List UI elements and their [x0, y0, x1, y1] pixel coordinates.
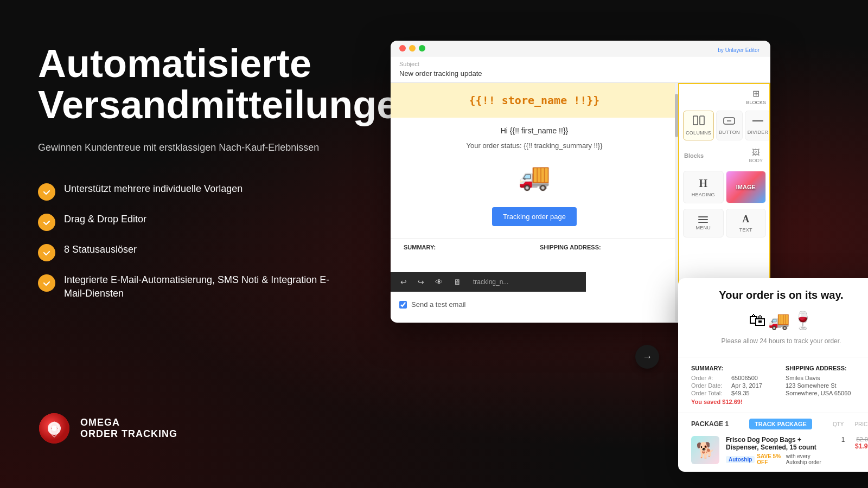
- toolbar-eye-btn[interactable]: 👁: [432, 275, 446, 288]
- check-badge-1: [38, 183, 55, 201]
- sidebar-item-menu[interactable]: MENU: [683, 209, 724, 237]
- next-arrow-icon: →: [642, 351, 652, 363]
- sidebar-item-button[interactable]: BUTTON: [716, 111, 743, 140]
- email-summary-row: SUMMARY: SHIPPING ADDRESS:: [391, 238, 678, 258]
- order-total-value: $49.35: [731, 390, 750, 396]
- feature-text-1: Unterstützt mehrere individuelle Vorlage…: [64, 182, 242, 196]
- blocks-row: Blocks 🖼 Body: [683, 144, 766, 168]
- feature-item-2: Drag & Drop Editor: [38, 213, 342, 231]
- next-arrow[interactable]: →: [635, 345, 659, 369]
- image-label: IMAGE: [736, 184, 756, 190]
- sidebar-item-divider[interactable]: DIVIDER: [745, 111, 770, 140]
- logo-title-bottom: ORDER TRACKING: [80, 428, 177, 440]
- sidebar-top-grid: COLUMNS BUTTON DIVIDER: [683, 111, 766, 140]
- order-summary-header: SUMMARY:: [691, 365, 777, 371]
- order-title: Your order is on its way.: [691, 289, 868, 301]
- package-col-headers: QTY PRICE: [833, 421, 868, 427]
- content-tab[interactable]: ⊞ Blocks: [746, 88, 766, 105]
- shipping-address1: 123 Somewhere St: [786, 382, 868, 389]
- order-summary: SUMMARY: Order #: 65006500 Order Date: A…: [691, 365, 777, 405]
- toolbar-desktop-btn[interactable]: 🖥: [450, 275, 464, 288]
- package-item-image: 🐕: [691, 436, 719, 464]
- sidebar-item-text[interactable]: A TEXT: [726, 209, 767, 237]
- check-badge-4: [38, 274, 55, 292]
- email-canvas: {{!! store_name !!}} Hi {{!! first_name …: [391, 83, 678, 322]
- heading-label: HEADING: [692, 192, 715, 197]
- menu-label: MENU: [695, 225, 711, 230]
- toolbar-undo-btn[interactable]: ↩: [397, 275, 410, 288]
- order-number-label: Order #:: [691, 375, 729, 381]
- order-card: Your order is on its way. 🛍 🚚 🍷 Please a…: [678, 278, 868, 472]
- subject-label: Subject: [399, 61, 762, 67]
- left-panel: Automatisierte Versandmitteilungen Gewin…: [0, 0, 380, 488]
- order-icons: 🛍 🚚 🍷: [691, 310, 868, 331]
- sidebar-mid-grid: H HEADING IMAGE: [683, 171, 766, 203]
- check-badge-3: [38, 244, 55, 261]
- divider-icon: [752, 116, 764, 127]
- features-list: Unterstützt mehrere individuelle Vorlage…: [38, 182, 342, 300]
- feature-item-3: 8 Statusauslöser: [38, 243, 342, 261]
- svg-rect-6: [700, 116, 704, 125]
- send-test-label: Send a test email: [411, 300, 465, 309]
- order-card-header: Your order is on its way. 🛍 🚚 🍷 Please a…: [678, 278, 868, 357]
- package-label: PACKAGE 1: [691, 420, 729, 428]
- body-tab[interactable]: 🖼 Body: [746, 146, 765, 165]
- feature-text-2: Drag & Drop Editor: [64, 213, 146, 226]
- order-total-label: Order Total:: [691, 390, 729, 396]
- sidebar-item-image[interactable]: IMAGE: [726, 171, 767, 203]
- toolbar-filename: tracking_n...: [473, 278, 508, 286]
- order-date-label: Order Date:: [691, 382, 729, 389]
- feature-text-3: 8 Statusauslöser: [64, 243, 137, 256]
- text-label: TEXT: [739, 227, 752, 233]
- order-date-value: Apr 3, 2017: [731, 382, 762, 389]
- email-header-block: {{!! store_name !!}}: [391, 83, 678, 118]
- order-shipping: SHIPPING ADDRESS: Smiles Davis 123 Somew…: [786, 365, 868, 405]
- shipping-name: Smiles Davis: [786, 375, 868, 381]
- price-col-label: PRICE: [854, 421, 868, 427]
- logo-text: OMEGA ORDER TRACKING: [80, 417, 177, 440]
- svg-rect-5: [693, 116, 698, 125]
- right-panel: Subject {{!! store_name !!}} Hi {{!! fir…: [380, 0, 868, 488]
- feature-item-1: Unterstützt mehrere individuelle Vorlage…: [38, 182, 342, 201]
- package-item-details: Frisco Dog Poop Bags + Dispenser, Scente…: [726, 436, 831, 465]
- shipping-name-value: Smiles Davis: [786, 375, 820, 381]
- order-icon-bag: 🛍: [749, 310, 766, 331]
- shipping-address1-value: 123 Somewhere St: [786, 382, 837, 389]
- heading-icon: H: [699, 177, 707, 190]
- summary-header: SUMMARY:: [404, 244, 529, 251]
- email-truck-icon: 🚚: [391, 156, 678, 197]
- send-test-row: Send a test email: [399, 300, 465, 309]
- button-label: BUTTON: [719, 130, 740, 135]
- package-header: PACKAGE 1 TRACK PACKAGE QTY PRICE: [678, 413, 868, 433]
- email-cta-button[interactable]: Tracking order page: [492, 207, 577, 226]
- text-icon: A: [742, 214, 749, 225]
- body-tab-label: Body: [749, 158, 763, 163]
- button-icon: [723, 116, 735, 127]
- order-shipping-header: SHIPPING ADDRESS:: [786, 365, 868, 371]
- sidebar-item-heading[interactable]: H HEADING: [683, 171, 724, 203]
- autoship-save-badge: SAVE 5% OFF: [757, 453, 783, 465]
- editor-header: [391, 41, 770, 56]
- send-test-checkbox[interactable]: [399, 301, 407, 309]
- sidebar-item-columns[interactable]: COLUMNS: [683, 111, 714, 140]
- qty-col-label: QTY: [833, 421, 844, 427]
- divider-label: DIVIDER: [748, 130, 769, 135]
- check-badge-2: [38, 214, 55, 231]
- track-package-button[interactable]: TRACK PACKAGE: [749, 419, 812, 429]
- email-shipping-col: SHIPPING ADDRESS:: [540, 244, 665, 253]
- logo-title-top: OMEGA: [80, 417, 177, 428]
- sidebar-bottom-grid: MENU A TEXT: [683, 209, 766, 237]
- package-qty: 1: [838, 436, 848, 444]
- feature-item-4: Integrierte E-Mail-Automatisierung, SMS …: [38, 273, 342, 300]
- unlayer-attribution: by Unlayer Editor: [718, 47, 760, 53]
- price-sale: $1.99: [855, 442, 868, 450]
- logo-area: OMEGA ORDER TRACKING: [38, 412, 342, 445]
- autoship-badge: Autoship: [726, 456, 755, 463]
- svg-point-4: [52, 426, 57, 431]
- subject-bar: Subject: [391, 56, 770, 83]
- order-saved-text: You saved $12.69!: [691, 399, 777, 405]
- toolbar-redo-btn[interactable]: ↪: [414, 275, 427, 288]
- subject-input[interactable]: [399, 69, 762, 78]
- order-number-value: 65006500: [731, 375, 758, 381]
- content-tab-icon: ⊞: [752, 88, 760, 99]
